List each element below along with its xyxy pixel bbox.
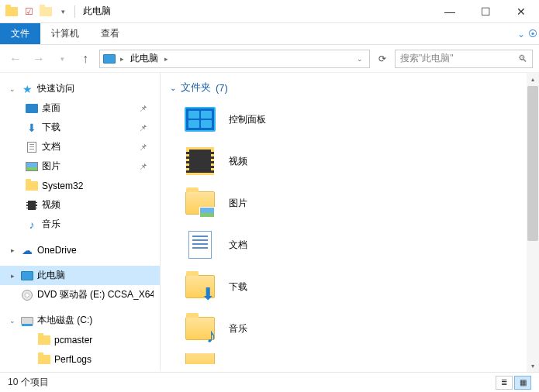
item-downloads[interactable]: ⬇ 下载 [184, 270, 530, 304]
sidebar-resize-handle[interactable] [157, 73, 160, 370]
search-input[interactable]: 搜索"此电脑" 🔍︎ [395, 50, 533, 68]
sidebar-quick-access[interactable]: ⌄ ★ 快速访问 [0, 79, 160, 98]
scrollbar-thumb[interactable] [527, 86, 538, 241]
view-details-button[interactable]: ≣ [496, 376, 513, 390]
download-icon: ⬇ [201, 284, 215, 304]
pin-icon: 📌︎ [139, 104, 147, 113]
video-icon [186, 147, 214, 175]
chevron-down-icon: ⌄ [170, 84, 176, 92]
sidebar-this-pc[interactable]: ▸此电脑 [0, 266, 160, 285]
pc-icon [103, 54, 116, 64]
maximize-button[interactable]: ☐ [468, 0, 503, 23]
ribbon-tab-computer[interactable]: 计算机 [40, 23, 90, 44]
status-bar: 10 个项目 ≣ ▦ [0, 372, 539, 392]
breadcrumb-segment[interactable]: 此电脑 [129, 52, 160, 65]
sidebar-item-downloads[interactable]: ⬇下载📌︎ [0, 118, 160, 137]
item-control-panel[interactable]: 控制面板 [184, 102, 530, 136]
pin-icon: 📌︎ [139, 143, 147, 152]
sidebar-onedrive[interactable]: ▸☁OneDrive [0, 240, 160, 260]
download-icon: ⬇ [25, 122, 39, 134]
item-music[interactable]: ♪ 音乐 [184, 311, 530, 346]
navigation-pane: ⌄ ★ 快速访问 桌面📌︎ ⬇下载📌︎ 文档📌︎ 图片📌︎ System32 视… [0, 73, 161, 370]
sidebar-dvd-drive[interactable]: ▸DVD 驱动器 (E:) CCSA_X64 [0, 285, 160, 304]
sidebar-item-documents[interactable]: 文档📌︎ [0, 137, 160, 156]
view-large-icons-button[interactable]: ▦ [514, 376, 531, 390]
nav-up-button[interactable]: ↑ [76, 50, 95, 68]
chevron-down-icon[interactable]: ⌄ [8, 85, 17, 93]
control-panel-icon [185, 107, 216, 132]
star-icon: ★ [20, 83, 34, 95]
cloud-icon: ☁ [20, 244, 34, 256]
status-item-count: 10 个项目 [8, 376, 49, 389]
sidebar-folder-perflogs[interactable]: ▸PerfLogs [0, 349, 160, 369]
picture-icon [199, 207, 215, 218]
search-icon: 🔍︎ [518, 53, 527, 64]
ribbon-tab-view[interactable]: 查看 [90, 23, 130, 44]
vertical-scrollbar[interactable]: ▴ ▾ [527, 73, 539, 372]
close-button[interactable]: ✕ [503, 0, 539, 23]
refresh-button[interactable]: ⟳ [375, 51, 390, 67]
quick-access-toolbar: ☑ ▾ [0, 5, 77, 19]
sidebar-item-desktop[interactable]: 桌面📌︎ [0, 98, 160, 118]
folder-icon [185, 353, 215, 364]
item-partial[interactable] [184, 353, 530, 364]
item-documents[interactable]: 文档 [184, 228, 530, 262]
address-box[interactable]: ▸ 此电脑 ▸ ⌄ [99, 50, 370, 68]
new-folder-icon[interactable] [39, 5, 53, 19]
sidebar-local-disk[interactable]: ⌄本地磁盘 (C:) [0, 311, 160, 330]
minimize-button[interactable]: — [432, 0, 468, 23]
nav-back-button[interactable]: ← [6, 50, 25, 68]
sidebar-item-pictures[interactable]: 图片📌︎ [0, 156, 160, 176]
content-pane: ⌄ 文件夹 (7) 控制面板 视频 图片 文档 ⬇ 下载 [161, 73, 539, 370]
music-icon: ♪ [25, 218, 39, 231]
properties-icon[interactable]: ☑ [22, 5, 36, 19]
pin-icon: 📌︎ [139, 162, 147, 171]
qat-dropdown-icon[interactable]: ▾ [56, 5, 70, 19]
nav-forward-button[interactable]: → [29, 50, 48, 68]
group-header-folders[interactable]: ⌄ 文件夹 (7) [170, 81, 530, 95]
titlebar: ☑ ▾ 此电脑 — ☐ ✕ [0, 0, 539, 23]
chevron-right-icon[interactable]: ▸ [163, 55, 170, 63]
chevron-right-icon[interactable]: ▸ [119, 55, 126, 63]
item-pictures[interactable]: 图片 [184, 186, 530, 220]
address-dropdown-icon[interactable]: ⌄ [354, 55, 366, 63]
address-bar-row: ← → ▾ ↑ ▸ 此电脑 ▸ ⌄ ⟳ 搜索"此电脑" 🔍︎ [0, 45, 539, 73]
ribbon: 文件 计算机 查看 ⌄ ⦿ [0, 23, 539, 45]
sidebar-item-videos[interactable]: 视频 [0, 195, 160, 215]
scroll-up-button[interactable]: ▴ [527, 73, 539, 85]
search-placeholder: 搜索"此电脑" [400, 52, 454, 65]
explorer-icon [5, 5, 19, 19]
pin-icon: 📌︎ [139, 123, 147, 132]
item-videos[interactable]: 视频 [184, 144, 530, 178]
ribbon-expand-button[interactable]: ⌄ ⦿ [516, 23, 539, 44]
chevron-down-icon[interactable]: ⌄ [8, 317, 17, 325]
window-title: 此电脑 [83, 5, 111, 18]
nav-recent-dropdown[interactable]: ▾ [53, 50, 71, 68]
sidebar-item-music[interactable]: ♪音乐 [0, 215, 160, 234]
sidebar-folder-pcmaster[interactable]: ▸pcmaster [0, 330, 160, 349]
sidebar-item-system32[interactable]: System32 [0, 176, 160, 195]
scroll-down-button[interactable]: ▾ [527, 359, 539, 372]
document-icon [188, 231, 212, 259]
chevron-right-icon[interactable]: ▸ [8, 246, 17, 254]
music-icon: ♪ [206, 324, 216, 348]
ribbon-tab-file[interactable]: 文件 [0, 23, 40, 44]
chevron-right-icon[interactable]: ▸ [8, 272, 17, 280]
